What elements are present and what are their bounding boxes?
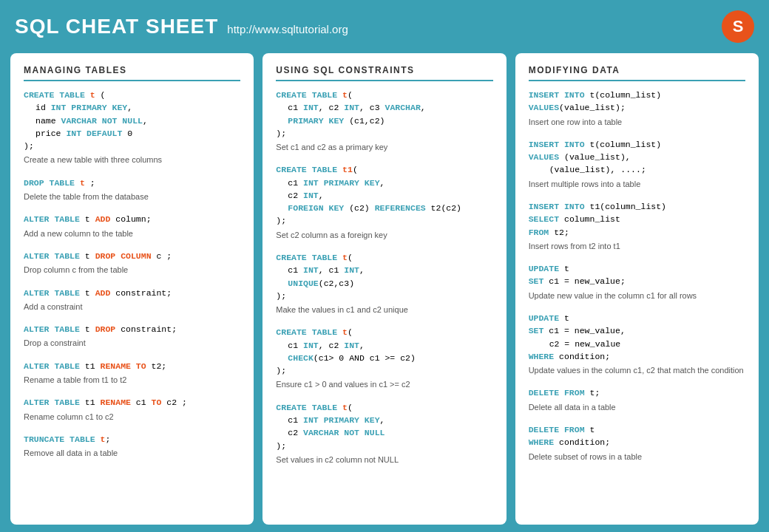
delete-all-section: DELETE FROM t; Delete all data in a tabl…	[529, 386, 745, 413]
constraint-not-null-section: CREATE TABLE t( c1 INT PRIMARY KEY, c2 V…	[276, 401, 492, 466]
constraint-unique-section: CREATE TABLE t( c1 INT, c1 INT, UNIQUE(c…	[276, 251, 492, 316]
drop-table-section: DROP TABLE t ; Delete the table from the…	[24, 177, 240, 203]
header-url: http://www.sqltutorial.org	[227, 23, 348, 35]
sql-constraints-card: USING SQL CONSTRAINTS CREATE TABLE t( c1…	[262, 53, 506, 525]
logo: S	[722, 10, 754, 43]
insert-from-select-section: INSERT INTO t1(column_list) SELECT colum…	[529, 200, 745, 252]
constraint-primary-key-section: CREATE TABLE t( c1 INT, c2 INT, c3 VARCH…	[276, 89, 492, 153]
constraint-check-section: CREATE TABLE t( c1 INT, c2 INT, CHECK(c1…	[276, 326, 492, 390]
header: SQL CHEAT SHEET http://www.sqltutorial.o…	[0, 0, 769, 53]
alter-add-col-section: ALTER TABLE t ADD column; Add a new colu…	[24, 213, 240, 239]
create-table-section: CREATE TABLE t ( id INT PRIMARY KEY, nam…	[24, 89, 240, 166]
constraint-foreign-key-section: CREATE TABLE t1( c1 INT PRIMARY KEY, c2 …	[276, 163, 492, 241]
update-all-section: UPDATE t SET c1 = new_value; Update new …	[529, 262, 745, 301]
alter-add-constraint-section: ALTER TABLE t ADD constraint; Add a cons…	[24, 287, 240, 313]
update-where-section: UPDATE t SET c1 = new_value, c2 = new_va…	[529, 312, 745, 376]
alter-drop-constraint-section: ALTER TABLE t DROP constraint; Drop a co…	[24, 323, 240, 349]
alter-rename-table-section: ALTER TABLE t1 RENAME TO t2; Rename a ta…	[24, 360, 240, 386]
modifying-data-title: MODIFYING DATA	[529, 65, 745, 81]
insert-single-section: INSERT INTO t(column_list) VALUES(value_…	[529, 89, 745, 128]
truncate-table-section: TRUNCATE TABLE t; Remove all data in a t…	[24, 433, 240, 460]
sql-constraints-title: USING SQL CONSTRAINTS	[276, 65, 492, 81]
delete-where-section: DELETE FROM t WHERE condition; Delete su…	[529, 423, 745, 463]
page-title: SQL CHEAT SHEET	[15, 15, 218, 38]
managing-tables-title: MANAGING TABLES	[24, 65, 240, 81]
alter-rename-col-section: ALTER TABLE t1 RENAME c1 TO c2 ; Rename …	[24, 396, 240, 423]
managing-tables-card: MANAGING TABLES CREATE TABLE t ( id INT …	[10, 53, 254, 525]
alter-drop-col-section: ALTER TABLE t DROP COLUMN c ; Drop colum…	[24, 250, 240, 276]
modifying-data-card: MODIFYING DATA INSERT INTO t(column_list…	[515, 53, 759, 525]
insert-multiple-section: INSERT INTO t(column_list) VALUES (value…	[529, 138, 745, 190]
